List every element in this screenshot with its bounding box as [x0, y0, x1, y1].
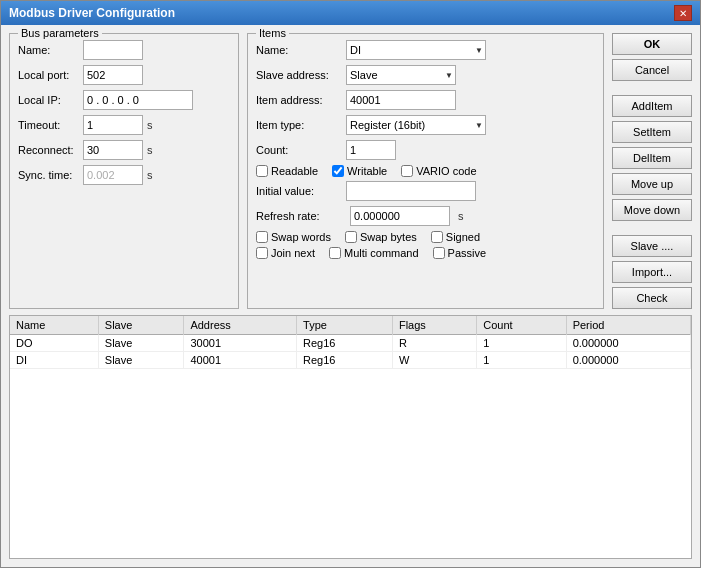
local-ip-label: Local IP:: [18, 94, 83, 106]
item-type-select[interactable]: Register (16bit) Coil (1bit) Input (1bit…: [346, 115, 486, 135]
item-address-input[interactable]: [346, 90, 456, 110]
vario-code-checkbox[interactable]: [401, 165, 413, 177]
item-name-row: Name: DI DO: [256, 40, 595, 60]
join-row: Join next Multi command Passive: [256, 247, 595, 259]
bus-name-label: Name:: [18, 44, 83, 56]
col-address: Address: [184, 316, 297, 335]
items-title: Items: [256, 27, 289, 39]
writable-checkbox-item: Writable: [332, 165, 387, 177]
move-down-button[interactable]: Move down: [612, 199, 692, 221]
vario-code-label: VARIO code: [416, 165, 476, 177]
add-item-button[interactable]: AddItem: [612, 95, 692, 117]
cell-type: Reg16: [297, 352, 393, 369]
writable-label: Writable: [347, 165, 387, 177]
slave-address-select-wrapper: Slave: [346, 65, 456, 85]
swap-words-checkbox[interactable]: [256, 231, 268, 243]
check-button[interactable]: Check: [612, 287, 692, 309]
window-title: Modbus Driver Configuration: [9, 6, 175, 20]
count-row: Count:: [256, 140, 595, 160]
table-header-row: Name Slave Address Type Flags Count Peri…: [10, 316, 691, 335]
slave-button[interactable]: Slave ....: [612, 235, 692, 257]
cell-period: 0.000000: [566, 352, 690, 369]
timeout-label: Timeout:: [18, 119, 83, 131]
swap-bytes-checkbox[interactable]: [345, 231, 357, 243]
local-ip-input[interactable]: [83, 90, 193, 110]
swap-words-item: Swap words: [256, 231, 331, 243]
sync-time-row: Sync. time: s: [18, 165, 230, 185]
reconnect-row: Reconnect: s: [18, 140, 230, 160]
refresh-rate-row: Refresh rate: s: [256, 206, 595, 226]
initial-value-row: Initial value:: [256, 181, 595, 201]
cell-flags: R: [392, 335, 476, 352]
import-button[interactable]: Import...: [612, 261, 692, 283]
readable-checkbox-item: Readable: [256, 165, 318, 177]
data-table: Name Slave Address Type Flags Count Peri…: [10, 316, 691, 369]
signed-item: Signed: [431, 231, 480, 243]
join-next-checkbox[interactable]: [256, 247, 268, 259]
slave-address-select[interactable]: Slave: [346, 65, 456, 85]
cancel-button[interactable]: Cancel: [612, 59, 692, 81]
initial-value-label: Initial value:: [256, 185, 346, 197]
move-up-button[interactable]: Move up: [612, 173, 692, 195]
cell-name: DO: [10, 335, 98, 352]
local-ip-row: Local IP:: [18, 90, 230, 110]
multi-command-item: Multi command: [329, 247, 419, 259]
buttons-column: OK Cancel AddItem SetItem DelItem Move u…: [612, 33, 692, 309]
slave-address-row: Slave address: Slave: [256, 65, 595, 85]
item-name-select-wrapper: DI DO: [346, 40, 486, 60]
timeout-row: Timeout: s: [18, 115, 230, 135]
multi-command-checkbox[interactable]: [329, 247, 341, 259]
cell-name: DI: [10, 352, 98, 369]
item-type-label: Item type:: [256, 119, 346, 131]
cell-count: 1: [477, 335, 566, 352]
reconnect-input[interactable]: [83, 140, 143, 160]
readable-checkbox[interactable]: [256, 165, 268, 177]
writable-checkbox[interactable]: [332, 165, 344, 177]
local-port-input[interactable]: [83, 65, 143, 85]
data-table-area: Name Slave Address Type Flags Count Peri…: [9, 315, 692, 559]
cell-period: 0.000000: [566, 335, 690, 352]
col-count: Count: [477, 316, 566, 335]
timeout-input[interactable]: [83, 115, 143, 135]
reconnect-label: Reconnect:: [18, 144, 83, 156]
swap-bytes-label: Swap bytes: [360, 231, 417, 243]
refresh-rate-label: Refresh rate:: [256, 210, 346, 222]
del-item-button[interactable]: DelItem: [612, 147, 692, 169]
item-name-select[interactable]: DI DO: [346, 40, 486, 60]
cell-count: 1: [477, 352, 566, 369]
cell-slave: Slave: [98, 352, 184, 369]
bus-name-input[interactable]: [83, 40, 143, 60]
cell-address: 30001: [184, 335, 297, 352]
cell-flags: W: [392, 352, 476, 369]
initial-value-input[interactable]: [346, 181, 476, 201]
cell-address: 40001: [184, 352, 297, 369]
bus-params-group: Bus parameters Name: Local port: Local I…: [9, 33, 239, 309]
swap-words-label: Swap words: [271, 231, 331, 243]
slave-address-label: Slave address:: [256, 69, 346, 81]
signed-checkbox[interactable]: [431, 231, 443, 243]
table-row[interactable]: DISlave40001Reg16W10.000000: [10, 352, 691, 369]
col-flags: Flags: [392, 316, 476, 335]
set-item-button[interactable]: SetItem: [612, 121, 692, 143]
local-port-label: Local port:: [18, 69, 83, 81]
ok-button[interactable]: OK: [612, 33, 692, 55]
sync-time-input[interactable]: [83, 165, 143, 185]
cell-type: Reg16: [297, 335, 393, 352]
item-type-row: Item type: Register (16bit) Coil (1bit) …: [256, 115, 595, 135]
swap-bytes-item: Swap bytes: [345, 231, 417, 243]
col-name: Name: [10, 316, 98, 335]
readable-label: Readable: [271, 165, 318, 177]
swap-row: Swap words Swap bytes Signed: [256, 231, 595, 243]
refresh-rate-input[interactable]: [350, 206, 450, 226]
bus-name-row: Name:: [18, 40, 230, 60]
count-input[interactable]: [346, 140, 396, 160]
timeout-units: s: [147, 119, 153, 131]
table-row[interactable]: DOSlave30001Reg16R10.000000: [10, 335, 691, 352]
signed-label: Signed: [446, 231, 480, 243]
close-button[interactable]: ✕: [674, 5, 692, 21]
item-type-select-wrapper: Register (16bit) Coil (1bit) Input (1bit…: [346, 115, 486, 135]
bus-params-title: Bus parameters: [18, 27, 102, 39]
flags-row: Readable Writable VARIO code: [256, 165, 595, 177]
passive-checkbox[interactable]: [433, 247, 445, 259]
passive-item: Passive: [433, 247, 487, 259]
